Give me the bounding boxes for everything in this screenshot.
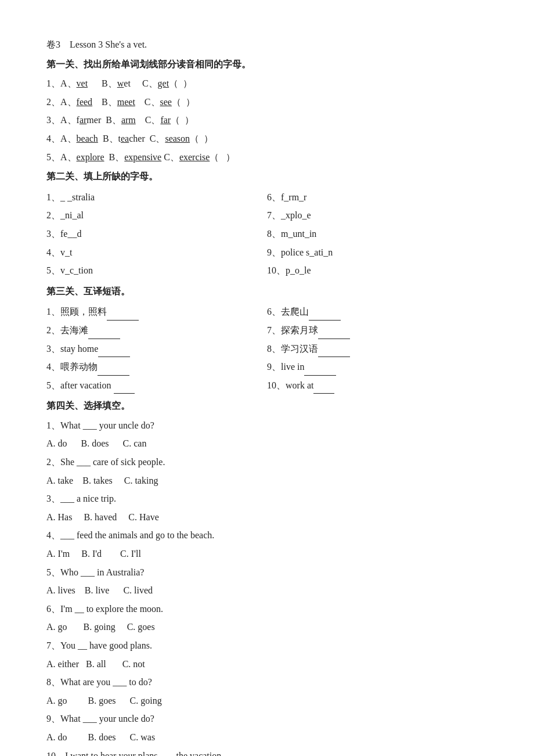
section4-q4-opts: A. I'm B. I'd C. I'll bbox=[46, 545, 488, 563]
section4-q2-opts: A. take B. takes C. taking bbox=[46, 472, 488, 489]
section3-r1: 6、去爬山 bbox=[267, 303, 488, 321]
section2-r3: 8、m_unt_in bbox=[267, 225, 488, 243]
section4-q8-opts: A. go B. goes C. going bbox=[46, 692, 488, 710]
section3-col-right: 6、去爬山 7、探索月球 8、学习汉语 9、live in 10、work at bbox=[267, 302, 488, 395]
section2-l5: 5、v_c_tion bbox=[46, 262, 267, 279]
section4-q3-opts: A. Has B. haved C. Have bbox=[46, 509, 488, 526]
doc-title: 卷3 Lesson 3 She's a vet. bbox=[46, 36, 488, 53]
section4-q6: 6、I'm __ to explore the moon. bbox=[46, 600, 488, 618]
section4-label: 第四关、选择填空。 bbox=[46, 397, 488, 415]
section2-l1: 1、_ _stralia bbox=[46, 189, 267, 206]
section3-r4: 9、live in bbox=[267, 358, 488, 376]
section3-l1: 1、照顾，照料 bbox=[46, 303, 267, 321]
section2-l2: 2、_ni_al bbox=[46, 207, 267, 224]
section1-item4: 4、A、beach B、teacher C、season（ ） bbox=[46, 130, 488, 147]
section4-q3: 3、___ a nice trip. bbox=[46, 490, 488, 507]
section2-l4: 4、v_t bbox=[46, 244, 267, 261]
section3-l3: 3、stay home bbox=[46, 340, 267, 358]
section4-q8: 8、What are you ___ to do? bbox=[46, 674, 488, 691]
document-content: 卷3 Lesson 3 She's a vet. 第一关、找出所给单词划线部分读… bbox=[46, 36, 488, 756]
section4-q5-opts: A. lives B. live C. lived bbox=[46, 582, 488, 599]
section4-q1: 1、What ___ your uncle do? bbox=[46, 417, 488, 434]
section3-l4: 4、喂养动物 bbox=[46, 358, 267, 376]
section2-grid: 1、_ _stralia 2、_ni_al 3、fe__d 4、v_t 5、v_… bbox=[46, 188, 488, 280]
section4-q6-opts: A. go B. going C. goes bbox=[46, 618, 488, 636]
section1-item5: 5、A、explore B、expensive C、exercise（ ） bbox=[46, 149, 488, 166]
section2-col-left: 1、_ _stralia 2、_ni_al 3、fe__d 4、v_t 5、v_… bbox=[46, 188, 267, 280]
section3-label: 第三关、互译短语。 bbox=[46, 283, 488, 300]
section1-label: 第一关、找出所给单词划线部分读音相同的字母。 bbox=[46, 56, 488, 73]
section2-r1: 6、f_rm_r bbox=[267, 189, 488, 206]
section3-r3: 8、学习汉语 bbox=[267, 340, 488, 358]
section4-q1-opts: A. do B. does C. can bbox=[46, 435, 488, 452]
section4-q9: 9、What ___ your uncle do? bbox=[46, 710, 488, 728]
section3-col-left: 1、照顾，照料 2、去海滩 3、stay home 4、喂养动物 5、after… bbox=[46, 302, 267, 395]
section3-grid: 1、照顾，照料 2、去海滩 3、stay home 4、喂养动物 5、after… bbox=[46, 302, 488, 395]
section1-item2: 2、A、feed B、meet C、see（ ） bbox=[46, 93, 488, 111]
section4-q2: 2、She ___ care of sick people. bbox=[46, 453, 488, 471]
section3-l5: 5、after vacation bbox=[46, 377, 267, 394]
section2-r4: 9、police s_ati_n bbox=[267, 244, 488, 261]
section1-item3: 3、A、farmer B、arm C、far（ ） bbox=[46, 111, 488, 129]
section2-label: 第二关、填上所缺的字母。 bbox=[46, 168, 488, 185]
section4-q4: 4、___ feed the animals and go to the bea… bbox=[46, 527, 488, 544]
section1-item1: 1、A、vet B、wet C、get（ ） bbox=[46, 75, 488, 92]
section2-r2: 7、_xplo_e bbox=[267, 207, 488, 224]
section3-l2: 2、去海滩 bbox=[46, 322, 267, 339]
section3-r2: 7、探索月球 bbox=[267, 322, 488, 339]
section2-r5: 10、p_o_le bbox=[267, 262, 488, 279]
section4-q7-opts: A. either B. all C. not bbox=[46, 656, 488, 673]
section2-l3: 3、fe__d bbox=[46, 225, 267, 243]
section2-col-right: 6、f_rm_r 7、_xplo_e 8、m_unt_in 9、police s… bbox=[267, 188, 488, 280]
section4-q9-opts: A. do B. does C. was bbox=[46, 729, 488, 746]
section4-q7: 7、You __ have good plans. bbox=[46, 637, 488, 654]
section4-q10: 10、I want to hear your plans ___ the vac… bbox=[46, 747, 488, 756]
section3-r5: 10、work at bbox=[267, 377, 488, 394]
section4-q5: 5、Who ___ in Australia? bbox=[46, 564, 488, 581]
